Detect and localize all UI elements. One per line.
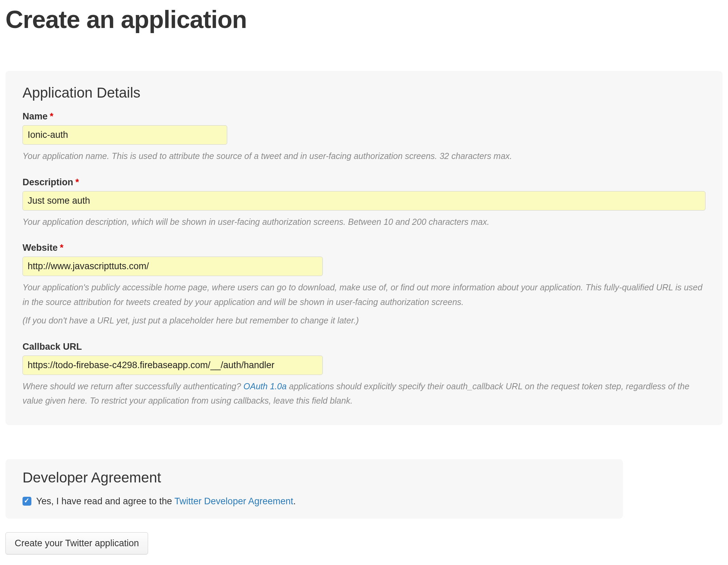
callback-label: Callback URL [23, 342, 82, 352]
callback-help-before: Where should we return after successfull… [23, 381, 244, 391]
developer-agreement-panel: Developer Agreement Yes, I have read and… [5, 459, 623, 519]
website-help-text-1: Your application's publicly accessible h… [23, 280, 705, 309]
required-star: * [75, 177, 79, 187]
callback-field-group: Callback URL Where should we return afte… [23, 342, 705, 408]
required-star: * [60, 243, 63, 253]
agreement-row: Yes, I have read and agree to the Twitte… [23, 496, 606, 507]
name-input[interactable] [23, 125, 227, 145]
page-title: Create an application [5, 5, 723, 33]
website-label: Website [23, 243, 58, 253]
agreement-checkbox[interactable] [23, 497, 31, 506]
application-details-heading: Application Details [23, 85, 705, 101]
name-field-group: Name * Your application name. This is us… [23, 111, 705, 163]
create-application-button[interactable]: Create your Twitter application [5, 532, 148, 554]
oauth-link[interactable]: OAuth 1.0a [244, 381, 287, 391]
name-label: Name [23, 111, 48, 121]
agreement-text-before: Yes, I have read and agree to the [36, 496, 174, 506]
website-input[interactable] [23, 257, 323, 276]
callback-help-text: Where should we return after successfull… [23, 379, 705, 408]
agreement-text: Yes, I have read and agree to the Twitte… [36, 496, 296, 507]
required-star: * [50, 111, 54, 121]
description-help-text: Your application description, which will… [23, 215, 705, 229]
description-field-group: Description * Your application descripti… [23, 177, 705, 229]
callback-url-input[interactable] [23, 356, 323, 375]
description-input[interactable] [23, 191, 705, 211]
application-details-panel: Application Details Name * Your applicat… [5, 71, 723, 425]
agreement-text-after: . [293, 496, 296, 506]
description-label: Description [23, 177, 73, 187]
website-help-text-2: (If you don't have a URL yet, just put a… [23, 313, 705, 328]
website-field-group: Website * Your application's publicly ac… [23, 243, 705, 328]
developer-agreement-heading: Developer Agreement [23, 469, 606, 486]
name-help-text: Your application name. This is used to a… [23, 149, 705, 163]
agreement-link[interactable]: Twitter Developer Agreement [174, 496, 293, 506]
